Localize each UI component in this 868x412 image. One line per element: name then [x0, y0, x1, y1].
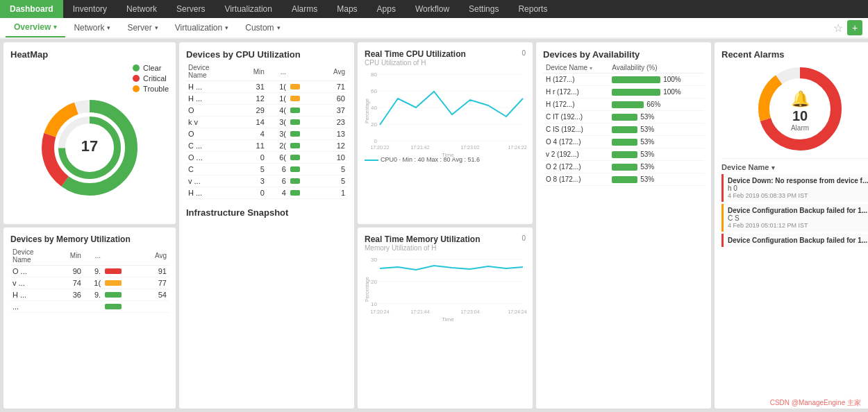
- memory-table-row: ...: [10, 300, 169, 312]
- alarm-item-time: 4 Feb 2019 05:01:12 PM IST: [728, 222, 868, 229]
- memory-title: Devices by Memory Utilization: [10, 234, 169, 244]
- watermark: CSDN @ManageEngine 主家: [770, 398, 861, 408]
- heatmap-title: HeatMap: [10, 49, 169, 60]
- cpu-table-row: v ... 3 6 5: [186, 175, 347, 187]
- nav-workflow[interactable]: Workflow: [406, 0, 459, 18]
- svg-text:Alarm: Alarm: [791, 124, 809, 132]
- alarm-item-time: 4 Feb 2019 05:08:33 PM IST: [728, 192, 868, 199]
- nav-virtualization[interactable]: Virtualization: [215, 0, 281, 18]
- svg-text:17:20:24: 17:20:24: [370, 309, 389, 314]
- svg-text:10: 10: [371, 301, 377, 307]
- dashboard-grid: HeatMap Clear Critical Trouble: [0, 39, 868, 412]
- alarm-device-header: Device Name ▾: [721, 158, 868, 171]
- cpu-table-row: O ... 0 6( 10: [186, 152, 347, 164]
- avail-table-row: C IT (192...) 53%: [543, 111, 704, 123]
- cpu-table-row: O 29 4( 37: [186, 105, 347, 117]
- svg-text:20: 20: [371, 279, 377, 285]
- svg-text:17: 17: [81, 137, 98, 155]
- svg-text:20: 20: [371, 121, 377, 128]
- cpu-table: DeviceName Min ... Avg H ... 31 1( 71 H …: [186, 62, 347, 199]
- avail-table-row: H (127...) 100%: [543, 74, 704, 86]
- heatmap-panel: HeatMap Clear Critical Trouble: [3, 42, 176, 224]
- svg-text:60: 60: [371, 88, 377, 94]
- cpu-panel: Devices by CPU Utilization DeviceName Mi…: [179, 42, 354, 409]
- rt-mem-panel: Real Time Memory Utilization 0 Memory Ut…: [358, 228, 533, 409]
- memory-table: DeviceName Min ... Avg O ... 90 9. 91 v …: [10, 247, 169, 313]
- alarm-item-title: Device Configuration Backup failed for 1…: [728, 237, 868, 244]
- nav-servers[interactable]: Servers: [167, 0, 215, 18]
- star-icon[interactable]: ☆: [833, 22, 843, 35]
- svg-text:17:23:04: 17:23:04: [460, 309, 479, 314]
- rt-cpu-count: 0: [521, 49, 526, 59]
- alarm-item: Device Down: No response from device f..…: [721, 174, 868, 202]
- sub-nav: Overview ▾ Network ▾ Server ▾ Virtualiza…: [0, 18, 868, 39]
- heatmap-donut: 17: [37, 96, 142, 200]
- svg-text:🔔: 🔔: [791, 89, 810, 108]
- alarm-item: Device Configuration Backup failed for 1…: [721, 234, 868, 247]
- nav-alarms[interactable]: Alarms: [282, 0, 327, 18]
- nav-maps[interactable]: Maps: [327, 0, 367, 18]
- top-nav: Dashboard Inventory Network Servers Virt…: [0, 0, 868, 18]
- col5: Recent Alarms 🔔 10 Alarm Device Name ▾ D…: [715, 42, 868, 409]
- svg-text:17:23:02: 17:23:02: [460, 145, 479, 150]
- nav-reports[interactable]: Reports: [508, 0, 557, 18]
- rt-cpu-subtitle: CPU Utilization of H: [365, 59, 526, 67]
- svg-text:17:24:22: 17:24:22: [508, 145, 526, 150]
- avail-table-row: O 2 (172...) 53%: [543, 161, 704, 173]
- avail-table-row: H r (172...) 100%: [543, 86, 704, 98]
- cpu-table-row: C 5 6 5: [186, 164, 347, 175]
- svg-text:Percentage: Percentage: [365, 276, 370, 301]
- rt-mem-title: Real Time Memory Utilization: [365, 234, 480, 244]
- infra-snapshot-label: Infrastructure Snapshot: [186, 207, 347, 218]
- alarm-list: Device Down: No response from device f..…: [721, 174, 868, 247]
- rt-cpu-title: Real Time CPU Utilization: [365, 49, 466, 59]
- svg-text:30: 30: [371, 257, 377, 263]
- cpu-table-row: H ... 0 4 1: [186, 187, 347, 199]
- avail-table-row: H (172...) 66%: [543, 98, 704, 111]
- nav-settings[interactable]: Settings: [459, 0, 508, 18]
- col4: Devices by Availability Device Name ▾ Av…: [536, 42, 711, 409]
- nav-inventory[interactable]: Inventory: [63, 0, 117, 18]
- cpu-table-row: H ... 31 1( 71: [186, 81, 347, 93]
- svg-text:10: 10: [792, 108, 808, 123]
- cpu-table-row: C ... 11 2( 12: [186, 140, 347, 152]
- nav-network[interactable]: Network: [117, 0, 167, 18]
- subnav-server[interactable]: Server ▾: [119, 18, 166, 37]
- avail-table-row: C IS (192...) 53%: [543, 123, 704, 136]
- subnav-network[interactable]: Network ▾: [65, 18, 119, 37]
- cpu-table-row: k v 14 3( 23: [186, 117, 347, 128]
- memory-table-row: H ... 36 9. 54: [10, 289, 169, 300]
- svg-text:17:24:24: 17:24:24: [508, 309, 526, 314]
- availability-table: Device Name ▾ Availability (%) H (127...…: [543, 62, 704, 186]
- alarm-item-device: C S: [728, 214, 868, 222]
- nav-dashboard[interactable]: Dashboard: [0, 0, 63, 18]
- rt-cpu-panel: Real Time CPU Utilization 0 CPU Utilizat…: [358, 42, 533, 224]
- subnav-custom[interactable]: Custom ▾: [237, 18, 288, 37]
- memory-table-row: O ... 90 9. 91: [10, 265, 169, 277]
- svg-text:0: 0: [374, 138, 378, 144]
- svg-text:40: 40: [371, 105, 377, 111]
- memory-table-row: v ... 74 1( 77: [10, 277, 169, 289]
- rt-cpu-legend: CPU0 · Min : 40 Max : 80 Avg : 51.6: [365, 156, 526, 163]
- cpu-title: Devices by CPU Utilization: [186, 49, 347, 60]
- nav-apps[interactable]: Apps: [367, 0, 406, 18]
- alarm-item: Device Configuration Backup failed for 1…: [721, 204, 868, 232]
- col1: HeatMap Clear Critical Trouble: [3, 42, 176, 409]
- svg-text:80: 80: [371, 71, 377, 78]
- rt-cpu-chart: 80 60 40 20 0 17:20:22 17:21:42 17:23:02…: [365, 69, 524, 153]
- availability-title: Devices by Availability: [543, 49, 704, 60]
- svg-text:17:20:22: 17:20:22: [370, 145, 389, 150]
- heatmap-legend: Clear Critical Trouble: [133, 64, 169, 93]
- subnav-overview[interactable]: Overview ▾: [6, 18, 65, 37]
- svg-text:Time: Time: [442, 316, 454, 323]
- plus-icon[interactable]: +: [847, 20, 862, 35]
- rt-mem-chart: 30 20 10 17:20:24 17:21:44 17:23:04 17:2…: [365, 255, 524, 331]
- subnav-virtualization[interactable]: Virtualization ▾: [167, 18, 237, 37]
- alarm-item-title: Device Configuration Backup failed for 1…: [728, 207, 868, 214]
- avail-table-row: O 4 (172...) 53%: [543, 136, 704, 148]
- alarms-panel: Recent Alarms 🔔 10 Alarm Device Name ▾ D…: [715, 42, 868, 409]
- memory-panel: Devices by Memory Utilization DeviceName…: [3, 228, 176, 409]
- col2: Devices by CPU Utilization DeviceName Mi…: [179, 42, 354, 409]
- alarms-title: Recent Alarms: [721, 49, 868, 60]
- avail-table-row: v 2 (192...) 53%: [543, 148, 704, 161]
